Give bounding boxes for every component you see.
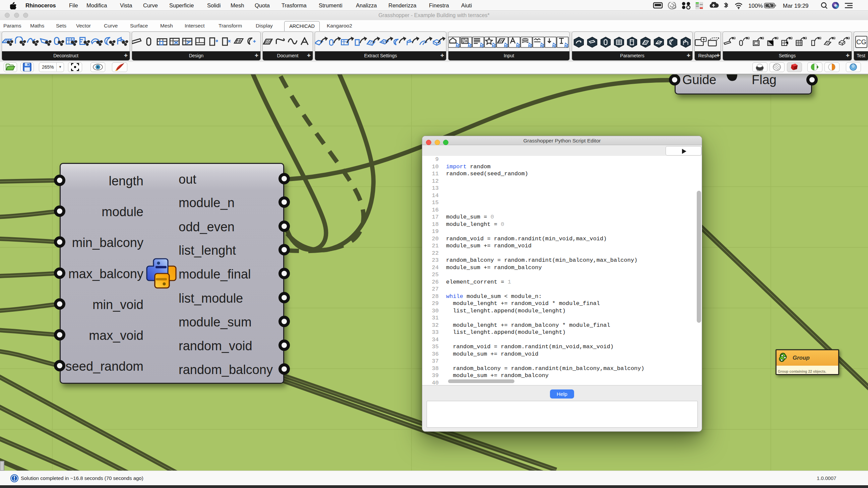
svg-text:100%: 100% <box>748 3 763 9</box>
svg-text:Mar 19:29: Mar 19:29 <box>783 3 809 9</box>
